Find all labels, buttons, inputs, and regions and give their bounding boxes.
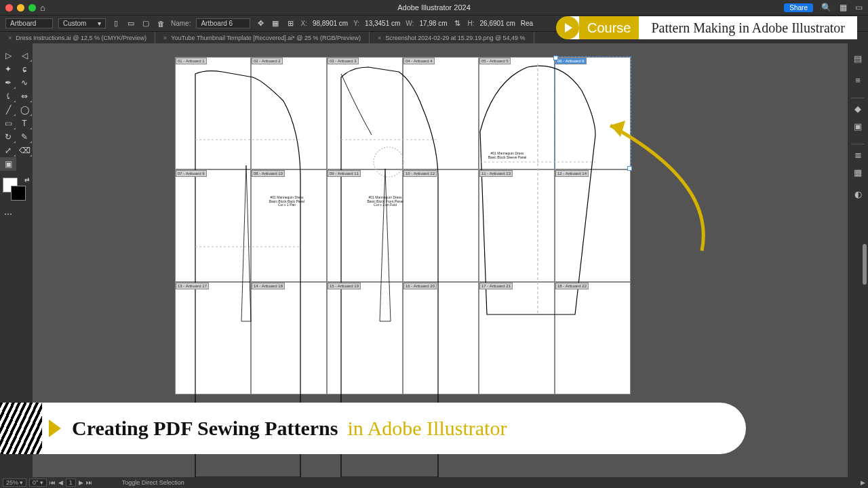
w-label: W: (406, 20, 414, 27)
tab-label: YouTube Thumbnail Template [Recovered].a… (171, 35, 361, 41)
lower-third: Creating PDF Sewing Patterns in Adobe Il… (0, 403, 746, 454)
swap-icon[interactable]: ⇄ (24, 176, 30, 183)
eraser-tool[interactable]: ⌫ (16, 144, 33, 157)
selection-tool[interactable]: ▷ (0, 49, 16, 62)
options-icon[interactable]: ▦ (271, 19, 280, 28)
artboard-label: 13 - Artboard 17 (176, 283, 209, 289)
doc-tab-3[interactable]: ×Screenshot 2024-02-29 at 15.29.19.png @… (370, 32, 534, 43)
new-artboard-icon[interactable]: ▢ (141, 19, 151, 28)
width-tool[interactable]: ⇔ (16, 89, 33, 103)
rectangle-tool[interactable]: ▭ (0, 117, 16, 130)
artboard-10[interactable]: 10 - Artboard 12 (403, 169, 479, 282)
scrollbar-vertical[interactable] (863, 54, 867, 477)
artboard-1[interactable]: 01 - Artboard 1 (175, 57, 251, 169)
w-value: 17,98 cm (419, 20, 447, 27)
pattern-label-front: #01 Mannequin Dress Basic Block Front Pa… (365, 196, 406, 207)
close-window[interactable] (5, 4, 13, 12)
artboard-nav-input[interactable]: 1 (66, 479, 76, 487)
artboard-8[interactable]: 08 - Artboard 10 (251, 169, 327, 282)
artboard-label: 04 - Artboard 4 (403, 58, 435, 64)
home-icon[interactable]: ⌂ (40, 3, 45, 13)
artboard-label: 10 - Artboard 12 (403, 170, 437, 177)
pattern-label-back: #01 Mannequin Dress Basic Block Back Pan… (267, 196, 307, 207)
preset-label: Custom (63, 20, 86, 27)
doc-tab-1[interactable]: ×Dress Instructions.ai @ 12,5 % (CMYK/Pr… (0, 32, 155, 43)
curvature-tool[interactable]: ∿ (16, 76, 33, 89)
share-button[interactable]: Share (784, 3, 813, 12)
artboard-label: 01 - Artboard 1 (176, 58, 207, 64)
artboard-3[interactable]: 03 - Artboard 3 (327, 57, 403, 169)
lasso-tool[interactable]: ɕ (16, 62, 33, 76)
lower-title-2: in Adobe Illustrator (347, 417, 507, 440)
status-hint: Toggle Direct Selection (122, 479, 184, 486)
line-tool[interactable]: ╱ (0, 103, 16, 117)
tab-label: Screenshot 2024-02-29 at 15.29.19.png @ … (385, 35, 525, 41)
ellipse-tool[interactable]: ◯ (16, 103, 33, 117)
color-swatches[interactable]: ⇄ (0, 176, 33, 203)
artboard-tool[interactable]: ▣ (0, 157, 16, 171)
artboard-17[interactable]: 17 - Artboard 21 (479, 282, 555, 394)
artboard-6[interactable]: 06 - Artboard 6 (555, 57, 631, 169)
artboard-label: 02 - Artboard 2 (252, 58, 283, 64)
rotate-dropdown[interactable]: 0°▾ (29, 479, 47, 487)
doc-tab-2[interactable]: ×YouTube Thumbnail Template [Recovered].… (155, 32, 370, 43)
search-icon[interactable]: 🔍 (821, 3, 831, 12)
nav-last-icon[interactable]: ⏭ (86, 479, 92, 486)
tool-mode-dropdown[interactable]: Artboard (5, 18, 53, 28)
x-label: X: (300, 20, 307, 27)
workspace-icon[interactable]: ▭ (855, 3, 863, 12)
close-icon[interactable]: × (163, 35, 167, 41)
nav-right-icon[interactable]: ▶ (861, 479, 865, 486)
scrollbar-thumb[interactable] (863, 244, 867, 285)
artboard-4[interactable]: 04 - Artboard 4 (403, 57, 479, 169)
pen-tool[interactable]: ✒ (0, 76, 16, 89)
angle-value: 0° (33, 479, 39, 486)
type-tool[interactable]: T (16, 117, 33, 130)
artboard-label: 18 - Artboard 22 (555, 283, 589, 289)
nav-next-icon[interactable]: ▶ (79, 479, 83, 486)
minimize-window[interactable] (17, 4, 24, 12)
direct-selection-tool[interactable]: ◁ (16, 49, 33, 62)
artboard-label: 05 - Artboard 5 (479, 58, 511, 64)
course-subtitle: Pattern Making in Adobe Illustrator (639, 20, 857, 36)
landscape-icon[interactable]: ▭ (126, 19, 136, 28)
artboard-11[interactable]: 11 - Artboard 13 (479, 169, 555, 282)
artboard-label: 08 - Artboard 10 (252, 170, 285, 177)
play-icon (556, 16, 579, 39)
eyedropper-tool[interactable]: ✎ (16, 130, 33, 144)
link-icon[interactable]: ⇅ (453, 19, 462, 28)
nav-first-icon[interactable]: ⏮ (50, 479, 56, 486)
close-icon[interactable]: × (378, 35, 381, 41)
artboard-14[interactable]: 14 - Artboard 18 (251, 282, 327, 394)
artboard-15[interactable]: 15 - Artboard 19 (327, 282, 403, 394)
rotate-tool[interactable]: ↻ (0, 130, 16, 144)
name-label: Name: (171, 20, 191, 27)
anchor-tool[interactable]: ⤹ (0, 89, 16, 103)
artboard-7[interactable]: 07 - Artboard 9 (175, 169, 251, 282)
nav-prev-icon[interactable]: ◀ (58, 479, 63, 486)
artboard-13[interactable]: 13 - Artboard 17 (175, 282, 251, 394)
close-icon[interactable]: × (8, 35, 12, 41)
preset-dropdown[interactable]: Custom▾ (58, 18, 106, 28)
scale-tool[interactable]: ⤢ (0, 144, 16, 157)
artboard-16[interactable]: 16 - Artboard 20 (403, 282, 479, 394)
artboard-2[interactable]: 02 - Artboard 2 (251, 57, 327, 169)
reference-point-icon[interactable]: ⊞ (285, 19, 295, 28)
artboard-12[interactable]: 12 - Artboard 14 (555, 169, 631, 282)
maximize-window[interactable] (28, 4, 36, 12)
edit-toolbar[interactable]: ⋯ (0, 207, 16, 221)
move-artwork-icon[interactable]: ✥ (256, 19, 265, 28)
h-value: 26,6901 cm (480, 20, 515, 27)
wand-tool[interactable]: ✦ (0, 62, 16, 76)
more-tools[interactable] (16, 157, 33, 171)
artboard-9[interactable]: 09 - Artboard 11 (327, 169, 403, 282)
arrange-icon[interactable]: ▦ (840, 3, 847, 12)
y-label: Y: (353, 20, 359, 27)
artboard-name-input[interactable]: Artboard 6 (196, 18, 250, 28)
artboard-label: 14 - Artboard 18 (252, 283, 285, 289)
delete-artboard-icon[interactable]: 🗑 (156, 19, 165, 28)
portrait-icon[interactable]: ▯ (111, 19, 121, 28)
zoom-dropdown[interactable]: 25%▾ (3, 479, 26, 487)
artboard-18[interactable]: 18 - Artboard 22 (555, 282, 631, 394)
stroke-swatch[interactable] (11, 186, 26, 201)
